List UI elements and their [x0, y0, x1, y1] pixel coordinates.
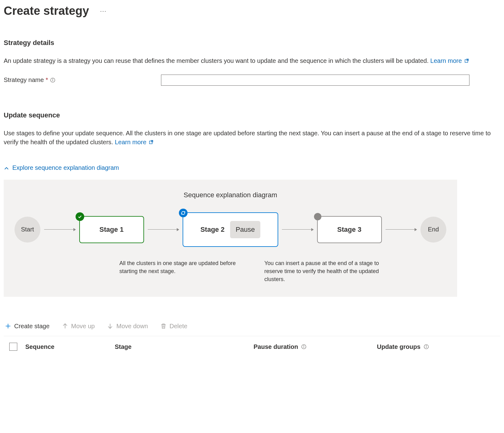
more-icon[interactable]: ···	[98, 6, 109, 16]
create-stage-label: Create stage	[14, 323, 50, 330]
diagram-note2: You can insert a pause at the end of a s…	[264, 259, 385, 283]
plus-icon	[5, 323, 11, 329]
diagram-end-node: End	[420, 217, 446, 243]
sync-icon	[179, 209, 188, 217]
move-down-label: Move down	[116, 323, 148, 330]
column-sequence[interactable]: Sequence	[25, 342, 115, 351]
svg-point-13	[304, 345, 304, 346]
column-groups-label: Update groups	[377, 342, 420, 351]
strategy-name-label-text: Strategy name	[4, 76, 44, 84]
info-icon[interactable]	[50, 77, 56, 83]
diagram-stage3-label: Stage 3	[337, 225, 361, 235]
arrow-up-icon	[62, 323, 68, 329]
arrow-icon	[386, 229, 417, 230]
arrow-down-icon	[107, 323, 113, 329]
column-update-groups[interactable]: Update groups	[377, 342, 500, 351]
diagram-title: Sequence explanation diagram	[13, 190, 448, 200]
explore-diagram-label: Explore sequence explanation diagram	[12, 163, 119, 172]
learn-more-sequence-link[interactable]: Learn more	[115, 139, 154, 145]
diagram-stage1-card: Stage 1	[79, 216, 144, 243]
diagram-stage3-card: Stage 3	[317, 216, 382, 243]
info-icon[interactable]	[423, 344, 429, 349]
diagram-start-node: Start	[14, 217, 40, 243]
update-sequence-heading: Update sequence	[4, 110, 500, 120]
arrow-icon	[44, 229, 76, 230]
column-stage[interactable]: Stage	[115, 342, 254, 351]
explore-diagram-expander[interactable]: Explore sequence explanation diagram	[4, 163, 119, 172]
move-up-label: Move up	[71, 323, 95, 330]
learn-more-sequence-text: Learn more	[115, 139, 146, 145]
strategy-name-input[interactable]	[161, 75, 469, 86]
delete-button[interactable]: Delete	[159, 321, 189, 332]
select-all-checkbox[interactable]	[9, 343, 17, 351]
learn-more-details-text: Learn more	[430, 57, 462, 64]
trash-icon	[160, 323, 167, 329]
diagram-stage2-card: Stage 2 Pause	[183, 212, 278, 247]
update-sequence-text: Use stages to define your update sequenc…	[4, 130, 491, 145]
chevron-up-icon	[4, 165, 9, 170]
diagram-note1: All the clusters in one stage are update…	[119, 259, 240, 283]
external-link-icon	[149, 138, 154, 143]
update-sequence-description: Use stages to define your update sequenc…	[4, 129, 497, 147]
page-title: Create strategy	[4, 2, 89, 19]
required-asterisk: *	[46, 76, 48, 84]
diagram-pause-chip: Pause	[230, 221, 260, 238]
move-down-button[interactable]: Move down	[106, 321, 149, 332]
create-stage-button[interactable]: Create stage	[4, 321, 51, 332]
svg-point-16	[426, 345, 427, 346]
strategy-details-heading: Strategy details	[4, 38, 500, 48]
strategy-details-description: An update strategy is a strategy you can…	[4, 56, 497, 65]
dot-icon	[314, 213, 321, 220]
learn-more-details-link[interactable]: Learn more	[430, 57, 469, 64]
stage-toolbar: Create stage Move up Move down Delete	[4, 321, 500, 336]
sequence-diagram: Sequence explanation diagram Start Stage…	[4, 180, 457, 297]
stages-table-header: Sequence Stage Pause duration Update gro…	[4, 336, 500, 354]
strategy-details-text: An update strategy is a strategy you can…	[4, 57, 428, 64]
strategy-name-label: Strategy name *	[4, 76, 161, 84]
move-up-button[interactable]: Move up	[61, 321, 96, 332]
column-pause-label: Pause duration	[254, 342, 298, 351]
svg-point-3	[52, 79, 53, 79]
external-link-icon	[464, 57, 469, 62]
checkmark-icon	[76, 212, 84, 221]
delete-label: Delete	[170, 323, 188, 330]
column-pause-duration[interactable]: Pause duration	[254, 342, 377, 351]
arrow-icon	[282, 229, 313, 230]
diagram-stage1-label: Stage 1	[99, 225, 123, 235]
info-icon[interactable]	[301, 344, 307, 349]
diagram-stage2-label: Stage 2	[200, 225, 225, 235]
arrow-icon	[148, 229, 179, 230]
